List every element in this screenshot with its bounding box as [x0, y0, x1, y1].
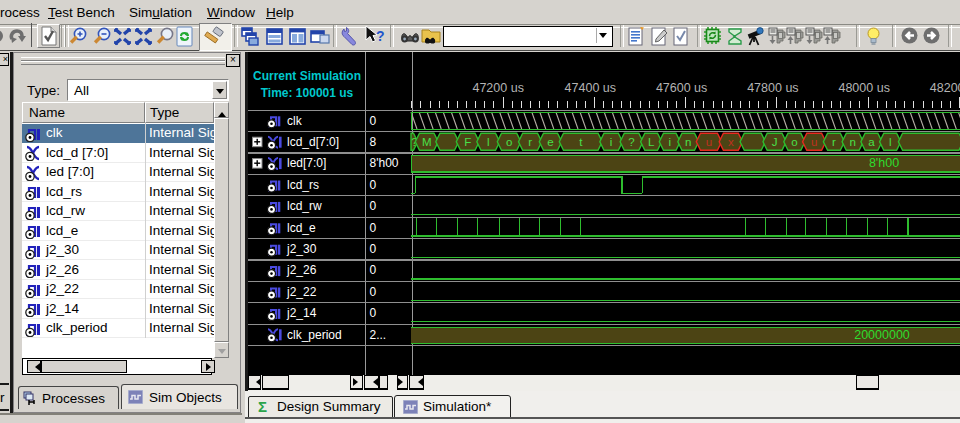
svg-text:8'h00: 8'h00 — [869, 156, 899, 170]
svg-text:led[7:0]: led[7:0] — [287, 156, 326, 170]
svg-text:?: ? — [376, 28, 385, 44]
svg-text:0: 0 — [370, 178, 377, 192]
svg-text:j2_22: j2_22 — [286, 285, 317, 299]
svg-text:e: e — [547, 136, 553, 148]
svg-text:lcd_rw: lcd_rw — [287, 199, 322, 213]
svg-text:u: u — [706, 136, 712, 148]
svg-text:0: 0 — [370, 114, 377, 128]
svg-text:0: 0 — [370, 306, 377, 320]
svg-text:lcd_rs: lcd_rs — [287, 178, 319, 192]
svg-text:o: o — [791, 136, 797, 148]
svg-text:o: o — [506, 136, 512, 148]
svg-text:lcd_e: lcd_e — [287, 221, 316, 235]
svg-text:L: L — [648, 136, 655, 148]
svg-text:clk_period: clk_period — [287, 328, 342, 342]
svg-text:0: 0 — [370, 221, 377, 235]
svg-text:lcd_d[7:0]: lcd_d[7:0] — [287, 135, 339, 149]
svg-text:i: i — [610, 136, 613, 148]
svg-text:clk: clk — [287, 114, 303, 128]
svg-text:a: a — [868, 136, 875, 148]
svg-text:M: M — [422, 136, 432, 148]
svg-text:r: r — [528, 136, 532, 148]
svg-text:48200 us: 48200 us — [930, 81, 960, 95]
svg-text:l: l — [889, 136, 892, 148]
svg-text:0: 0 — [370, 242, 377, 256]
svg-text:J: J — [772, 136, 778, 148]
svg-text:l: l — [487, 136, 490, 148]
svg-text:F: F — [464, 136, 471, 148]
svg-text:i: i — [669, 136, 672, 148]
svg-text:8: 8 — [370, 135, 377, 149]
svg-text:47600 us: 47600 us — [656, 81, 707, 95]
svg-text:47800 us: 47800 us — [747, 81, 798, 95]
svg-text:20000000: 20000000 — [854, 328, 910, 342]
svg-text:2...: 2... — [370, 328, 387, 342]
svg-text:j2_14: j2_14 — [286, 306, 317, 320]
svg-text:Time: 100001 us: Time: 100001 us — [261, 86, 354, 100]
svg-text:n: n — [685, 136, 691, 148]
svg-text:x: x — [728, 136, 734, 148]
svg-text:n: n — [849, 136, 855, 148]
svg-text:47200 us: 47200 us — [472, 81, 523, 95]
svg-text:j2_30: j2_30 — [286, 242, 317, 256]
svg-text:u: u — [811, 136, 817, 148]
svg-text:48000 us: 48000 us — [838, 81, 889, 95]
svg-text:r: r — [832, 136, 836, 148]
svg-text:?: ? — [628, 136, 634, 148]
svg-text:0: 0 — [370, 285, 377, 299]
svg-text:0: 0 — [370, 263, 377, 277]
svg-text:0: 0 — [370, 199, 377, 213]
svg-text:47400 us: 47400 us — [565, 81, 616, 95]
svg-text:Current Simulation: Current Simulation — [253, 69, 361, 83]
svg-text:j2_26: j2_26 — [286, 263, 317, 277]
svg-text:8'h00: 8'h00 — [370, 156, 399, 170]
